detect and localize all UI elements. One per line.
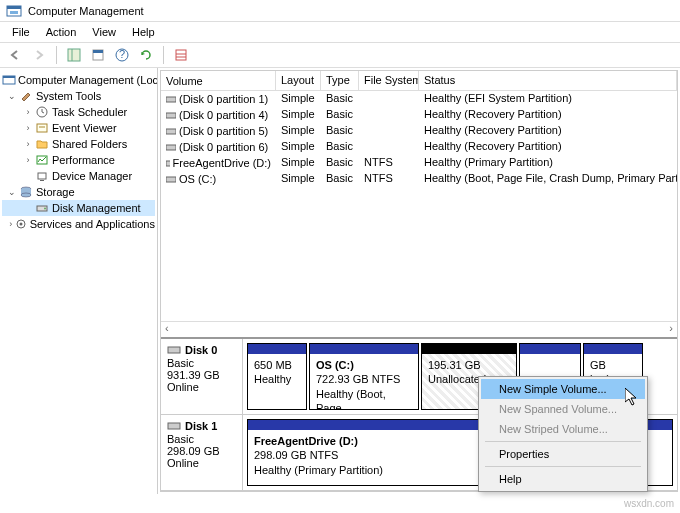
volume-row[interactable]: OS (C:)SimpleBasicNTFSHealthy (Boot, Pag…: [161, 171, 677, 187]
menu-bar: File Action View Help: [0, 22, 680, 42]
menu-help[interactable]: Help: [481, 469, 645, 489]
svg-rect-2: [10, 11, 18, 14]
folder-icon: [34, 137, 50, 151]
volume-icon: [166, 174, 176, 184]
menu-separator: [485, 441, 641, 442]
collapse-icon[interactable]: ⌄: [6, 187, 18, 197]
volume-row[interactable]: FreeAgentDrive (D:)SimpleBasicNTFSHealth…: [161, 155, 677, 171]
svg-rect-3: [68, 49, 80, 61]
svg-rect-15: [37, 124, 47, 132]
menu-action[interactable]: Action: [38, 24, 85, 40]
disk-icon: [167, 343, 181, 357]
forward-button[interactable]: [28, 44, 50, 66]
tree-shared-folders[interactable]: › Shared Folders: [2, 136, 155, 152]
volume-list-header: Volume Layout Type File System Status: [161, 71, 677, 91]
context-menu: New Simple Volume... New Spanned Volume.…: [478, 376, 648, 492]
tree-system-tools[interactable]: ⌄ System Tools: [2, 88, 155, 104]
collapse-icon[interactable]: ⌄: [6, 91, 18, 101]
expand-icon[interactable]: ›: [22, 107, 34, 117]
storage-icon: [18, 185, 34, 199]
col-layout[interactable]: Layout: [276, 71, 321, 90]
nav-tree: Computer Management (Local ⌄ System Tool…: [0, 68, 158, 494]
services-icon: [15, 217, 27, 231]
clock-icon: [34, 105, 50, 119]
disk-icon: [34, 201, 50, 215]
refresh-button[interactable]: [135, 44, 157, 66]
volume-list: (Disk 0 partition 1)SimpleBasicHealthy (…: [161, 91, 677, 187]
properties-button[interactable]: [87, 44, 109, 66]
help-button[interactable]: ?: [111, 44, 133, 66]
svg-rect-1: [7, 6, 21, 9]
col-type[interactable]: Type: [321, 71, 359, 90]
disk0-info[interactable]: Disk 0 Basic 931.39 GB Online: [161, 339, 243, 414]
menu-new-striped-volume: New Striped Volume...: [481, 419, 645, 439]
svg-rect-19: [40, 180, 44, 181]
menu-new-spanned-volume: New Spanned Volume...: [481, 399, 645, 419]
show-hide-tree-button[interactable]: [63, 44, 85, 66]
menu-file[interactable]: File: [4, 24, 38, 40]
disk0-partition-1[interactable]: 650 MB Healthy: [247, 343, 307, 410]
horizontal-scrollbar[interactable]: ‹›: [161, 321, 677, 337]
col-volume[interactable]: Volume: [161, 71, 276, 90]
toolbar: ?: [0, 42, 680, 68]
toolbar-separator: [56, 46, 57, 64]
svg-point-22: [21, 193, 31, 197]
volume-icon: [166, 126, 176, 136]
disk0-partition-os[interactable]: OS (C:) 722.93 GB NTFS Healthy (Boot, Pa…: [309, 343, 419, 410]
menu-view[interactable]: View: [84, 24, 124, 40]
svg-rect-6: [93, 50, 103, 53]
svg-rect-13: [3, 76, 15, 78]
volume-icon: [166, 94, 176, 104]
expand-icon[interactable]: ›: [6, 219, 15, 229]
svg-rect-32: [166, 177, 176, 182]
svg-rect-27: [166, 97, 176, 102]
menu-properties[interactable]: Properties: [481, 444, 645, 464]
tree-performance[interactable]: › Performance: [2, 152, 155, 168]
col-filesystem[interactable]: File System: [359, 71, 419, 90]
svg-rect-9: [176, 50, 186, 60]
tree-device-manager[interactable]: Device Manager: [2, 168, 155, 184]
toolbar-separator: [163, 46, 164, 64]
app-icon: [6, 3, 22, 19]
tree-root[interactable]: Computer Management (Local: [2, 72, 155, 88]
settings-button[interactable]: [170, 44, 192, 66]
expand-icon[interactable]: ›: [22, 139, 34, 149]
svg-rect-18: [38, 173, 46, 179]
expand-icon[interactable]: ›: [22, 123, 34, 133]
menu-new-simple-volume[interactable]: New Simple Volume...: [481, 379, 645, 399]
svg-text:?: ?: [119, 48, 125, 60]
volume-row[interactable]: (Disk 0 partition 4)SimpleBasicHealthy (…: [161, 107, 677, 123]
svg-rect-29: [166, 129, 176, 134]
volume-icon: [166, 110, 176, 120]
disk1-info[interactable]: Disk 1 Basic 298.09 GB Online: [161, 415, 243, 490]
menu-help[interactable]: Help: [124, 24, 163, 40]
device-icon: [34, 169, 50, 183]
tree-event-viewer[interactable]: › Event Viewer: [2, 120, 155, 136]
menu-separator: [485, 466, 641, 467]
window-title: Computer Management: [28, 5, 144, 17]
watermark: wsxdn.com: [624, 498, 674, 509]
volume-row[interactable]: (Disk 0 partition 1)SimpleBasicHealthy (…: [161, 91, 677, 107]
svg-point-24: [44, 208, 46, 210]
tree-disk-management[interactable]: Disk Management: [2, 200, 155, 216]
svg-rect-33: [168, 347, 180, 353]
back-button[interactable]: [4, 44, 26, 66]
svg-point-26: [20, 223, 23, 226]
performance-icon: [34, 153, 50, 167]
volume-row[interactable]: (Disk 0 partition 6)SimpleBasicHealthy (…: [161, 139, 677, 155]
volume-icon: [166, 142, 176, 152]
tree-task-scheduler[interactable]: › Task Scheduler: [2, 104, 155, 120]
tree-storage[interactable]: ⌄ Storage: [2, 184, 155, 200]
tree-services-applications[interactable]: › Services and Applications: [2, 216, 155, 232]
expand-icon[interactable]: ›: [22, 155, 34, 165]
disk-icon: [167, 419, 181, 433]
svg-rect-31: [166, 161, 170, 166]
volume-list-empty-area: [161, 187, 677, 321]
svg-rect-34: [168, 423, 180, 429]
volume-row[interactable]: (Disk 0 partition 5)SimpleBasicHealthy (…: [161, 123, 677, 139]
event-icon: [34, 121, 50, 135]
svg-rect-30: [166, 145, 176, 150]
svg-rect-28: [166, 113, 176, 118]
col-status[interactable]: Status: [419, 71, 677, 90]
computer-icon: [2, 73, 16, 87]
